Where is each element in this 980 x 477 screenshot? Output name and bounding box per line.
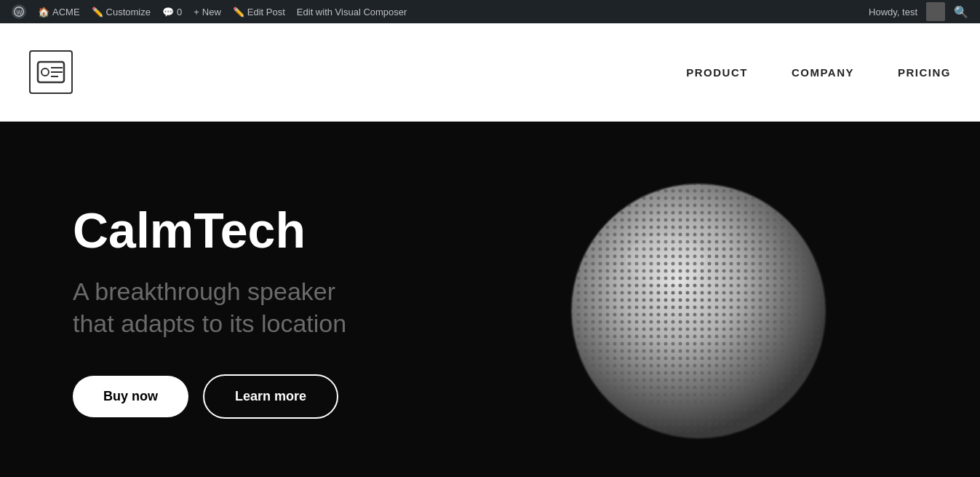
site-nav: PRODUCT COMPANY PRICING: [686, 66, 951, 79]
plus-icon: +: [194, 7, 199, 17]
svg-point-14: [626, 234, 706, 285]
site-header: PRODUCT COMPANY PRICING: [0, 23, 980, 122]
customize-label: Customize: [106, 7, 151, 17]
hero-section: CalmTech A breakthrough speaker that ada…: [0, 122, 980, 477]
customize-item[interactable]: ✏️ Customize: [86, 0, 156, 23]
comments-count: 0: [177, 7, 182, 17]
hero-image-area: [490, 165, 908, 457]
nav-company[interactable]: COMPANY: [792, 66, 854, 79]
hero-subtitle: A breakthrough speaker that adapts to it…: [73, 275, 349, 339]
site-name-label: ACME: [52, 7, 80, 17]
admin-search-icon[interactable]: 🔍: [948, 5, 974, 19]
svg-text:W: W: [17, 9, 23, 16]
howdy-label: Howdy, test: [863, 7, 923, 17]
admin-bar: W 🏠 ACME ✏️ Customize 💬 0 + New ✏️ Edit …: [0, 0, 980, 23]
visual-composer-label: Edit with Visual Composer: [297, 7, 407, 17]
new-item[interactable]: + New: [188, 0, 227, 23]
hero-buttons: Buy now Learn more: [73, 374, 490, 419]
nav-product[interactable]: PRODUCT: [686, 66, 748, 79]
wp-logo-icon: W: [12, 4, 26, 19]
learn-more-button[interactable]: Learn more: [203, 374, 338, 419]
site-icon: 🏠: [38, 7, 49, 17]
customize-icon: ✏️: [92, 7, 103, 17]
wp-logo-item[interactable]: W: [6, 0, 32, 23]
hero-content: CalmTech A breakthrough speaker that ada…: [73, 203, 490, 419]
logo-icon: [29, 50, 73, 94]
edit-post-icon: ✏️: [233, 7, 244, 17]
edit-post-item[interactable]: ✏️ Edit Post: [227, 0, 291, 23]
new-label: New: [202, 7, 221, 17]
edit-post-label: Edit Post: [247, 7, 285, 17]
svg-point-12: [571, 184, 826, 438]
visual-composer-item[interactable]: Edit with Visual Composer: [291, 0, 413, 23]
admin-avatar: [926, 2, 945, 21]
hero-title: CalmTech: [73, 203, 490, 258]
speaker-image: [553, 165, 844, 457]
site-name-item[interactable]: 🏠 ACME: [32, 0, 86, 23]
admin-bar-right: Howdy, test 🔍: [863, 2, 974, 21]
nav-pricing[interactable]: PRICING: [898, 66, 951, 79]
comments-icon: 💬: [162, 7, 174, 17]
site-logo[interactable]: [29, 50, 73, 94]
buy-now-button[interactable]: Buy now: [73, 376, 188, 417]
svg-point-3: [41, 68, 49, 76]
comments-item[interactable]: 💬 0: [156, 0, 188, 23]
